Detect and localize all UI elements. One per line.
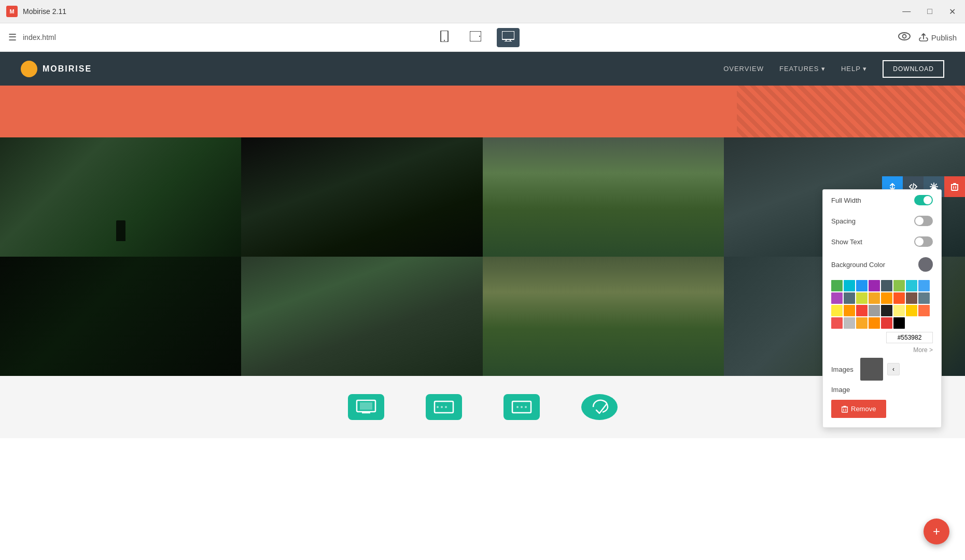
titlebar-controls: — □ ✕ — [899, 6, 959, 18]
color-swatch[interactable] — [893, 317, 905, 329]
color-swatch[interactable] — [869, 317, 880, 329]
svg-rect-22 — [952, 185, 958, 190]
color-swatch[interactable] — [831, 317, 843, 329]
site-navbar: MOBIRISE OVERVIEW FEATURES ▾ HELP ▾ DOWN… — [0, 52, 965, 86]
color-swatch[interactable] — [856, 305, 868, 316]
color-swatch[interactable] — [869, 280, 880, 291]
color-swatch[interactable] — [918, 305, 930, 316]
nav-features[interactable]: FEATURES ▾ — [779, 65, 826, 73]
color-swatch[interactable] — [869, 305, 880, 316]
color-swatch[interactable] — [844, 305, 855, 316]
trash-icon — [842, 405, 848, 413]
menu-button[interactable]: ☰ — [8, 32, 17, 43]
color-swatch[interactable] — [856, 317, 868, 329]
color-swatch[interactable] — [844, 280, 855, 291]
teal-icon-2 — [426, 394, 462, 420]
toggle-knob — [924, 196, 932, 204]
color-swatch[interactable] — [844, 317, 855, 329]
color-swatch[interactable] — [906, 292, 917, 304]
teal-section — [0, 376, 965, 438]
spacing-row: Spacing — [823, 211, 941, 231]
color-swatch[interactable] — [881, 317, 892, 329]
color-swatch[interactable] — [906, 280, 917, 291]
nav-download-button[interactable]: DOWNLOAD — [883, 60, 944, 78]
tablet-icon — [470, 31, 481, 41]
remove-label: Remove — [851, 405, 876, 413]
color-swatch[interactable] — [831, 292, 843, 304]
site-logo: MOBIRISE — [21, 61, 92, 77]
gallery-cell-7[interactable] — [483, 257, 724, 376]
color-swatch[interactable] — [856, 280, 868, 291]
color-swatch[interactable] — [881, 292, 892, 304]
site-nav-links: OVERVIEW FEATURES ▾ HELP ▾ DOWNLOAD — [723, 60, 944, 78]
site-logo-icon — [21, 61, 37, 77]
more-link[interactable]: More > — [823, 345, 941, 355]
color-swatch[interactable] — [893, 292, 905, 304]
stripe-overlay — [737, 86, 965, 137]
spacing-label: Spacing — [831, 217, 856, 225]
publish-label: Publish — [931, 33, 957, 42]
gallery-cell-6[interactable] — [241, 257, 482, 376]
color-swatch[interactable] — [893, 280, 905, 291]
gallery-cell-1[interactable] — [0, 137, 241, 257]
nav-overview[interactable]: OVERVIEW — [723, 65, 764, 73]
minimize-button[interactable]: — — [899, 6, 914, 17]
svg-point-18 — [516, 406, 519, 408]
full-width-toggle[interactable] — [914, 195, 933, 205]
gallery-cell-2[interactable] — [241, 137, 482, 257]
svg-point-19 — [521, 406, 523, 408]
color-swatch[interactable] — [831, 280, 843, 291]
add-block-button[interactable]: + — [924, 519, 949, 544]
device-icon-3 — [511, 399, 532, 415]
tablet-view-button[interactable] — [465, 28, 486, 47]
teal-icon-4 — [581, 394, 618, 420]
preview-button[interactable] — [898, 32, 911, 44]
preview-area: MOBIRISE OVERVIEW FEATURES ▾ HELP ▾ DOWN… — [0, 52, 965, 560]
show-text-toggle[interactable] — [914, 236, 933, 247]
panel-triangle — [930, 186, 938, 190]
svg-point-3 — [479, 35, 480, 36]
image-label-row: Image — [823, 384, 941, 396]
bg-color-swatch[interactable] — [918, 257, 933, 272]
nav-help[interactable]: HELP ▾ — [841, 65, 867, 73]
image-thumbnail[interactable] — [860, 358, 883, 381]
svg-point-1 — [444, 39, 445, 40]
toggle-knob — [915, 217, 924, 225]
color-swatch[interactable] — [881, 305, 892, 316]
gallery-cell-5[interactable] — [0, 257, 241, 376]
color-swatch[interactable] — [918, 280, 930, 291]
close-button[interactable]: ✕ — [946, 6, 959, 18]
app-name: Mobirise 2.11 — [23, 7, 66, 16]
device-icon-2 — [433, 399, 454, 415]
color-swatch[interactable] — [869, 292, 880, 304]
color-swatch[interactable] — [844, 292, 855, 304]
site-logo-text: MOBIRISE — [43, 64, 92, 74]
show-text-label: Show Text — [831, 238, 862, 246]
delete-button[interactable] — [944, 176, 965, 197]
gallery-cell-3[interactable] — [483, 137, 724, 257]
app-logo: M — [6, 6, 18, 17]
svg-point-8 — [899, 33, 910, 40]
color-swatch[interactable] — [918, 292, 930, 304]
svg-point-9 — [902, 34, 906, 38]
color-swatch[interactable] — [881, 280, 892, 291]
trash-icon — [951, 183, 958, 191]
maximize-button[interactable]: □ — [924, 6, 935, 17]
hex-color-input[interactable]: #553982 — [886, 332, 933, 343]
svg-rect-11 — [360, 402, 372, 410]
svg-rect-26 — [842, 407, 848, 412]
teal-icon-1 — [348, 394, 384, 420]
mobile-view-button[interactable] — [435, 27, 454, 48]
prev-image-button[interactable]: ‹ — [887, 363, 900, 375]
spacing-toggle[interactable] — [914, 216, 933, 226]
desktop-view-button[interactable] — [497, 28, 520, 47]
orange-section — [0, 86, 965, 137]
color-swatch[interactable] — [831, 305, 843, 316]
publish-button[interactable]: Publish — [919, 33, 957, 42]
color-grid — [831, 280, 933, 329]
color-swatch[interactable] — [893, 305, 905, 316]
color-swatch[interactable] — [856, 292, 868, 304]
teal-icon-3 — [504, 394, 540, 420]
color-swatch[interactable] — [906, 305, 917, 316]
remove-button[interactable]: Remove — [831, 400, 886, 418]
